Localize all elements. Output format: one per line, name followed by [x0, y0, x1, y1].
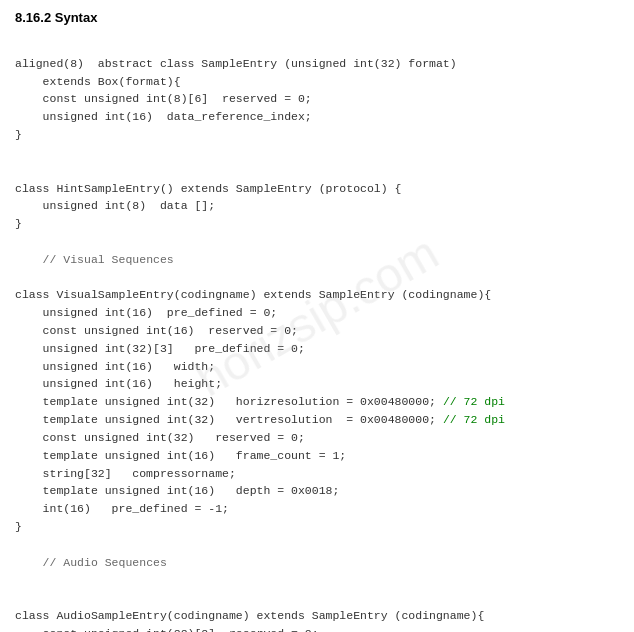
code-block: aligned(8) abstract class SampleEntry (u… — [15, 37, 619, 632]
aligned-keyword: aligned(8) abstract class SampleEntry (u… — [15, 57, 505, 632]
page-title: 8.16.2 Syntax — [15, 10, 619, 25]
